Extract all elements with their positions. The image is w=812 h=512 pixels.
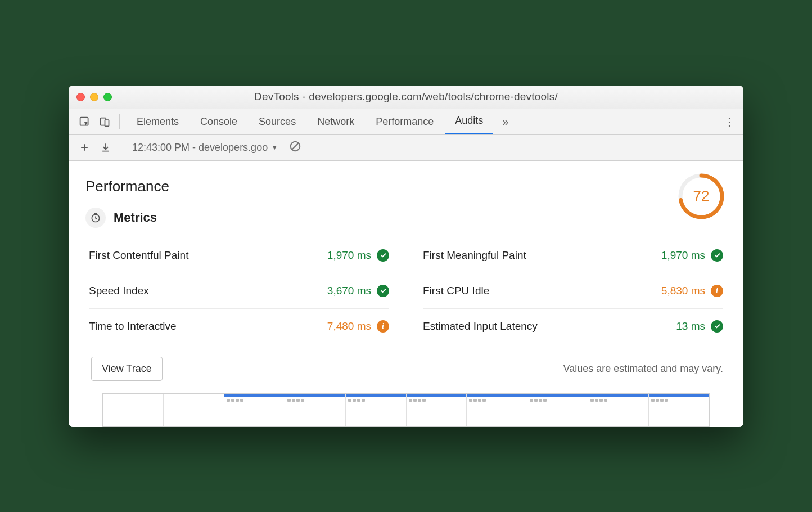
tab-elements[interactable]: Elements — [127, 109, 189, 134]
tab-performance[interactable]: Performance — [366, 109, 444, 134]
tabs-overflow-button[interactable]: » — [494, 115, 516, 128]
stopwatch-icon — [85, 208, 106, 228]
tab-label: Sources — [259, 116, 296, 128]
audit-report: Performance 72 Metrics First Contentful … — [69, 161, 743, 427]
filmstrip-frame — [346, 394, 407, 426]
window-title: DevTools - developers.google.com/web/too… — [69, 91, 743, 103]
info-icon: i — [711, 285, 723, 297]
dropdown-caret-icon: ▼ — [271, 143, 278, 151]
section-title: Performance — [85, 178, 727, 195]
metric-value-wrap: 7,480 msi — [327, 320, 389, 333]
filmstrip-frame — [224, 394, 285, 426]
metric-value: 7,480 ms — [327, 320, 371, 333]
check-icon — [711, 320, 723, 333]
new-audit-button[interactable] — [76, 140, 92, 155]
metric-value-wrap: 3,670 ms — [327, 285, 389, 297]
tab-label: Elements — [137, 116, 179, 128]
filmstrip-frame — [467, 394, 527, 426]
tab-console[interactable]: Console — [190, 109, 247, 134]
metric-row: First Meaningful Paint1,970 ms — [423, 238, 723, 273]
clear-report-button[interactable] — [289, 140, 301, 155]
metric-row: First CPU Idle5,830 msi — [423, 273, 723, 309]
metrics-footnote: Values are estimated and may vary. — [563, 363, 723, 375]
tab-label: Console — [200, 116, 237, 128]
tab-audits[interactable]: Audits — [445, 109, 493, 134]
inspect-element-icon[interactable] — [76, 114, 92, 129]
tab-label: Performance — [376, 116, 434, 128]
metric-value-wrap: 1,970 ms — [327, 249, 389, 262]
metric-label: Estimated Input Latency — [423, 320, 538, 333]
svg-line-4 — [292, 143, 299, 150]
performance-score-gauge: 72 — [677, 172, 725, 221]
filmstrip-frame — [649, 394, 709, 426]
audits-toolbar: 12:43:00 PM - developers.goo ▼ — [69, 135, 743, 161]
metric-label: First Meaningful Paint — [423, 249, 526, 262]
info-icon: i — [377, 320, 389, 333]
filmstrip-frame — [164, 394, 224, 426]
metric-row: First Contentful Paint1,970 ms — [89, 238, 389, 273]
report-selector[interactable]: 12:43:00 PM - developers.goo ▼ — [132, 142, 278, 154]
metric-label: First Contentful Paint — [89, 249, 188, 262]
devtools-window: DevTools - developers.google.com/web/too… — [69, 86, 743, 427]
filmstrip-frame — [588, 394, 649, 426]
metrics-heading-row: Metrics — [85, 208, 727, 228]
tab-network[interactable]: Network — [307, 109, 364, 134]
panel-tabs: Elements Console Sources Network Perform… — [127, 109, 516, 134]
filmstrip-frame — [103, 394, 164, 426]
metric-label: Speed Index — [89, 285, 149, 297]
metrics-heading: Metrics — [114, 210, 157, 225]
titlebar: DevTools - developers.google.com/web/too… — [69, 86, 743, 109]
metrics-grid: First Contentful Paint1,970 msFirst Mean… — [89, 238, 723, 344]
device-toolbar-icon[interactable] — [97, 114, 112, 129]
check-icon — [377, 249, 389, 262]
overflow-icon: » — [502, 115, 508, 128]
metric-label: First CPU Idle — [423, 285, 489, 297]
svg-rect-2 — [105, 120, 109, 126]
metric-row: Speed Index3,670 ms — [89, 273, 389, 309]
settings-menu-button[interactable]: ⋮ — [721, 115, 738, 128]
metric-value: 3,670 ms — [327, 285, 371, 297]
devtools-tabs-row: Elements Console Sources Network Perform… — [69, 109, 743, 135]
tab-label: Audits — [455, 115, 483, 127]
metric-row: Time to Interactive7,480 msi — [89, 309, 389, 344]
filmstrip-frame — [407, 394, 467, 426]
tab-sources[interactable]: Sources — [249, 109, 306, 134]
tab-label: Network — [317, 116, 354, 128]
metrics-footer: View Trace Values are estimated and may … — [91, 357, 723, 381]
metric-value: 1,970 ms — [327, 249, 371, 262]
check-icon — [377, 285, 389, 297]
check-icon — [711, 249, 723, 262]
metric-value: 5,830 ms — [661, 285, 705, 297]
download-report-button[interactable] — [98, 140, 114, 155]
view-trace-button[interactable]: View Trace — [91, 357, 163, 381]
metric-value-wrap: 1,970 ms — [661, 249, 723, 262]
metric-value-wrap: 13 ms — [676, 320, 723, 333]
performance-score-value: 72 — [677, 172, 725, 221]
metric-value-wrap: 5,830 msi — [661, 285, 723, 297]
metric-label: Time to Interactive — [89, 320, 177, 333]
filmstrip-frame — [527, 394, 588, 426]
metric-value: 13 ms — [676, 320, 705, 333]
filmstrip-frame — [285, 394, 346, 426]
metric-row: Estimated Input Latency13 ms — [423, 309, 723, 344]
view-trace-label: View Trace — [102, 363, 152, 374]
report-selector-label: 12:43:00 PM - developers.goo — [132, 142, 268, 154]
filmstrip[interactable] — [102, 393, 710, 427]
metric-value: 1,970 ms — [661, 249, 705, 262]
